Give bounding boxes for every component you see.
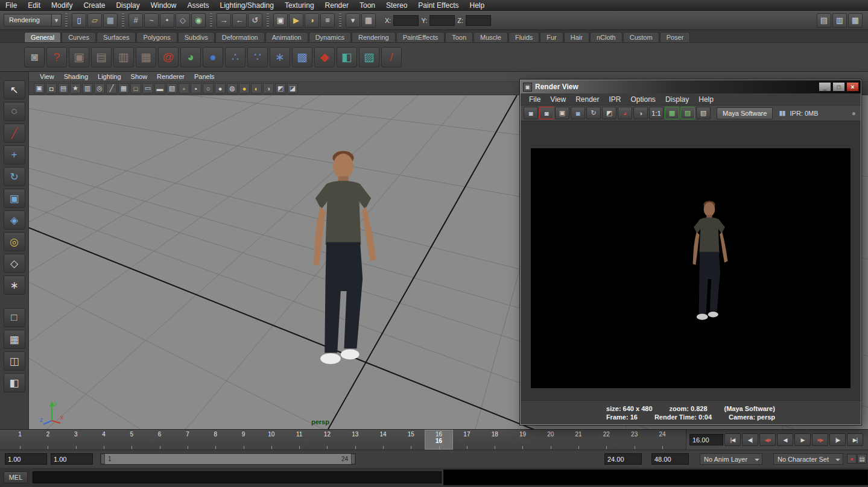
- output-connections-icon[interactable]: ←: [232, 13, 247, 28]
- ipr-render-icon[interactable]: ◑: [305, 13, 319, 28]
- playback-end-field[interactable]: [604, 453, 642, 465]
- anim-layer-dropdown[interactable]: No Anim Layer: [700, 453, 762, 465]
- poly-network-icon[interactable]: ▨: [359, 47, 379, 68]
- make-live-icon[interactable]: ◉: [191, 13, 206, 28]
- go-to-start-button[interactable]: |◀: [724, 433, 741, 446]
- open-scene-icon[interactable]: ▱: [87, 13, 102, 28]
- timeline-frame[interactable]: 11: [285, 430, 313, 450]
- timeline-frame[interactable]: 5: [118, 430, 145, 450]
- minimize-button[interactable]: _: [819, 82, 831, 92]
- menu-item[interactable]: Toon: [354, 0, 381, 11]
- snap-to-view-plane-icon[interactable]: ◇: [176, 13, 190, 28]
- panel-menu-item[interactable]: Lighting: [93, 72, 126, 82]
- shelf-tab[interactable]: General: [24, 32, 61, 42]
- range-slider[interactable]: 1 24: [100, 453, 356, 465]
- close-button[interactable]: ×: [846, 82, 859, 92]
- auto-keyframe-icon[interactable]: ●: [847, 454, 857, 463]
- input-connections-icon[interactable]: →: [217, 13, 231, 28]
- ambient-occlusion-icon[interactable]: ◑: [263, 83, 274, 93]
- last-tool-icon[interactable]: ∗: [4, 275, 25, 295]
- render-last-icon[interactable]: ◙: [539, 107, 554, 119]
- snapshot-icon[interactable]: ▣: [555, 107, 569, 119]
- toolbar-grip[interactable]: [339, 13, 341, 28]
- node-network-icon[interactable]: ∗: [270, 47, 290, 68]
- stereo-camera-icon[interactable]: ▦: [136, 47, 156, 68]
- gate-mask-icon[interactable]: ▬: [154, 83, 165, 93]
- shelf-tab[interactable]: Fluids: [508, 32, 539, 42]
- render-view-menu-item[interactable]: Render: [571, 93, 604, 105]
- joint-tree-icon[interactable]: ∴: [225, 47, 246, 68]
- playback-start-field[interactable]: [51, 453, 93, 465]
- paint-select-tool-icon[interactable]: ╱: [4, 124, 25, 143]
- field-grid-icon[interactable]: ▦: [361, 13, 376, 28]
- rendered-image[interactable]: [531, 148, 851, 388]
- single-pane-layout-icon[interactable]: □: [4, 308, 25, 327]
- refresh-shading-icon[interactable]: ↻: [586, 107, 601, 119]
- menu-item[interactable]: Modify: [46, 0, 78, 11]
- sever-connection-icon[interactable]: /: [381, 47, 402, 68]
- render-view-menu-item[interactable]: View: [545, 93, 571, 105]
- maximize-button[interactable]: □: [832, 82, 845, 92]
- timeline-frame[interactable]: 3: [62, 430, 90, 450]
- camera-aim-up-icon[interactable]: ▥: [113, 47, 134, 68]
- ipr-render-icon[interactable]: ◙: [571, 107, 585, 119]
- animation-preferences-icon[interactable]: ▤: [857, 454, 867, 463]
- shelf-tab[interactable]: Deformation: [215, 32, 265, 42]
- textured-icon[interactable]: ◍: [227, 83, 238, 93]
- timeline-frame[interactable]: 18: [481, 430, 508, 450]
- toolbar-grip[interactable]: [210, 13, 212, 28]
- set-driven-key-icon[interactable]: ◆: [314, 47, 335, 68]
- menu-item[interactable]: Window: [145, 0, 182, 11]
- menu-set-dropdown[interactable]: Rendering ▼: [4, 14, 62, 27]
- shelf-tab[interactable]: Polygons: [136, 32, 177, 42]
- hypershade-persp-layout-icon[interactable]: ◧: [4, 373, 25, 392]
- new-scene-icon[interactable]: ▯: [72, 13, 86, 28]
- timeline-frame[interactable]: 15: [397, 430, 425, 450]
- render-view-menu-item[interactable]: IPR: [604, 93, 626, 105]
- snap-to-grid-icon[interactable]: #: [128, 13, 143, 28]
- shelf-tab[interactable]: Custom: [623, 32, 659, 42]
- panel-menu-item[interactable]: Shading: [59, 72, 93, 82]
- construction-history-icon[interactable]: ↺: [248, 13, 262, 28]
- attribute-editor-toggle-icon[interactable]: ▤: [817, 13, 831, 28]
- timeline-frame[interactable]: 21: [565, 430, 592, 450]
- render-view-menu-item[interactable]: Options: [626, 93, 661, 105]
- render-view-menu-item[interactable]: File: [524, 93, 545, 105]
- hypergraph-icon[interactable]: ▩: [292, 47, 312, 68]
- timeline-frame[interactable]: 8: [201, 430, 229, 450]
- alpha-channel-icon[interactable]: ◑: [633, 107, 648, 119]
- grid-icon[interactable]: ▦: [118, 83, 129, 93]
- timeline-frame[interactable]: 14: [369, 430, 397, 450]
- move-tool-icon[interactable]: +: [4, 145, 25, 165]
- rgb-channels-icon[interactable]: ◕: [618, 107, 632, 119]
- rotate-tool-icon[interactable]: ↻: [4, 167, 25, 186]
- x-coordinate-field[interactable]: [393, 15, 419, 26]
- ik-chain-icon[interactable]: ∵: [247, 47, 268, 68]
- tool-settings-toggle-icon[interactable]: ▥: [832, 13, 847, 28]
- timeline-frame[interactable]: 6: [145, 430, 173, 450]
- shaded-icon[interactable]: ●: [215, 83, 226, 93]
- current-time-field[interactable]: [689, 434, 723, 445]
- menu-item[interactable]: Assets: [182, 0, 214, 11]
- step-back-key-button[interactable]: ◀●: [759, 433, 776, 446]
- four-pane-layout-icon[interactable]: ▦: [4, 330, 25, 349]
- timeline-frame[interactable]: 24: [648, 430, 676, 450]
- panel-menu-item[interactable]: Panels: [189, 72, 220, 82]
- shelf-tab[interactable]: Curves: [62, 32, 96, 42]
- universal-manipulator-icon[interactable]: ◈: [4, 210, 25, 230]
- node-icon[interactable]: ▧: [696, 107, 711, 119]
- render-view-titlebar[interactable]: ◙ Render View _ □ ×: [521, 80, 861, 93]
- character-model[interactable]: [293, 148, 394, 401]
- render-view-workspace[interactable]: [521, 121, 860, 400]
- resolution-gate-icon[interactable]: ▭: [142, 83, 153, 93]
- safe-action-icon[interactable]: ▫: [179, 83, 189, 93]
- help-line-icon[interactable]: ?: [46, 47, 67, 68]
- camera-aim-icon[interactable]: ▤: [91, 47, 112, 68]
- command-line-input[interactable]: [33, 471, 442, 483]
- use-all-lights-icon[interactable]: ●: [239, 83, 250, 93]
- channel-box-toggle-icon[interactable]: ▦: [848, 13, 863, 28]
- lock-camera-icon[interactable]: ◘: [46, 83, 57, 93]
- menu-item[interactable]: Display: [110, 0, 145, 11]
- menu-item[interactable]: Lighting/Shading: [214, 0, 279, 11]
- menu-item[interactable]: File: [0, 0, 22, 11]
